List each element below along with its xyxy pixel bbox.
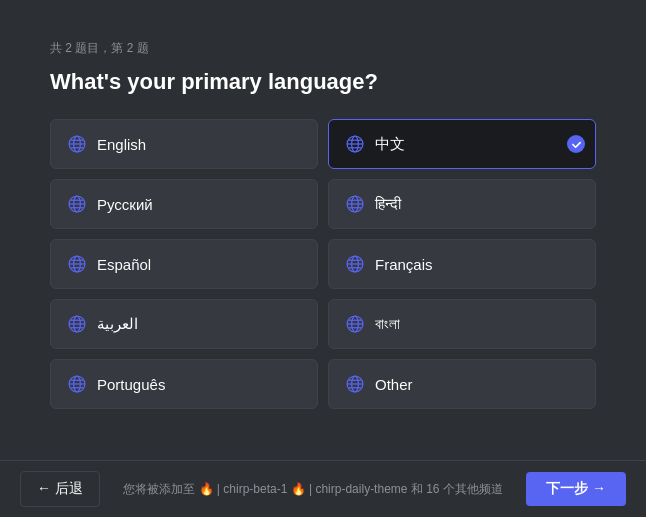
main-content: 共 2 题目，第 2 题 What's your primary languag… <box>0 0 646 460</box>
lang-btn-french[interactable]: Français <box>328 239 596 289</box>
footer-center-text: 您将被添加至 🔥 | chirp-beta-1 🔥 | chirp-daily-… <box>100 481 526 498</box>
lang-btn-arabic[interactable]: العربية <box>50 299 318 349</box>
lang-btn-spanish[interactable]: Español <box>50 239 318 289</box>
footer: ← 后退 您将被添加至 🔥 | chirp-beta-1 🔥 | chirp-d… <box>0 460 646 517</box>
globe-icon <box>67 194 87 214</box>
lang-btn-bengali[interactable]: বাংলা <box>328 299 596 349</box>
globe-icon <box>345 134 365 154</box>
lang-label: বাংলা <box>375 315 400 333</box>
lang-label: Español <box>97 256 151 273</box>
lang-label: Français <box>375 256 433 273</box>
globe-icon <box>67 314 87 334</box>
lang-btn-hindi[interactable]: हिन्दी <box>328 179 596 229</box>
check-icon <box>567 135 585 153</box>
lang-btn-portuguese[interactable]: Português <box>50 359 318 409</box>
next-button[interactable]: 下一步 → <box>526 472 626 506</box>
globe-icon <box>67 254 87 274</box>
lang-label: हिन्दी <box>375 195 401 213</box>
lang-btn-chinese[interactable]: 中文 <box>328 119 596 169</box>
globe-icon <box>345 374 365 394</box>
globe-icon <box>67 134 87 154</box>
globe-icon <box>67 374 87 394</box>
lang-label: العربية <box>97 315 138 333</box>
language-grid: English 中文 Русский हिन्दी <box>50 119 596 409</box>
lang-btn-english[interactable]: English <box>50 119 318 169</box>
lang-label: English <box>97 136 146 153</box>
lang-label: Русский <box>97 196 153 213</box>
lang-label: 中文 <box>375 135 405 154</box>
globe-icon <box>345 314 365 334</box>
globe-icon <box>345 194 365 214</box>
lang-btn-russian[interactable]: Русский <box>50 179 318 229</box>
lang-btn-other[interactable]: Other <box>328 359 596 409</box>
globe-icon <box>345 254 365 274</box>
back-button[interactable]: ← 后退 <box>20 471 100 507</box>
lang-label: Other <box>375 376 413 393</box>
lang-label: Português <box>97 376 165 393</box>
question-title: What's your primary language? <box>50 69 596 95</box>
step-indicator: 共 2 题目，第 2 题 <box>50 40 596 57</box>
